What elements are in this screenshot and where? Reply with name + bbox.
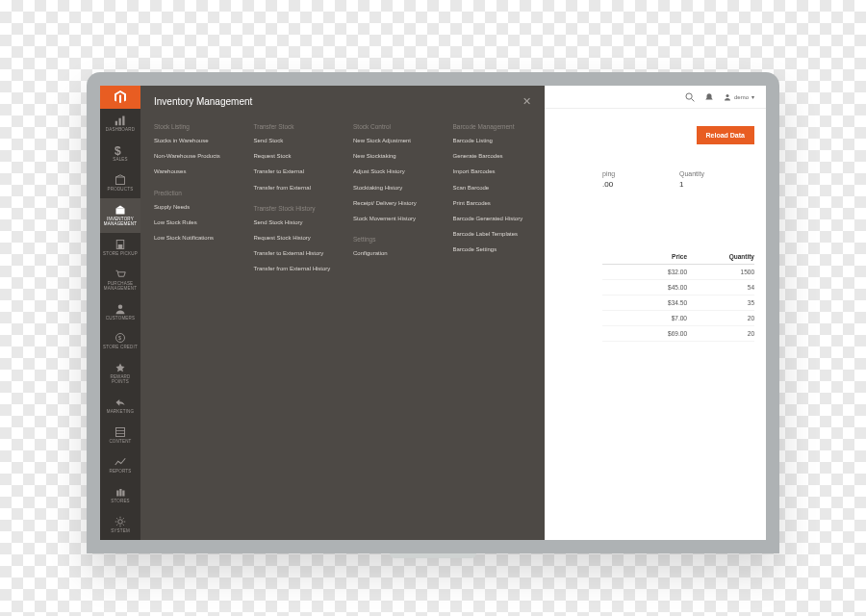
nav-label: Reward Points (102, 375, 139, 385)
table-row[interactable]: $32.001500 (602, 265, 754, 280)
cell-qty: 1500 (716, 269, 754, 275)
screen: Dashboard$SalesProductsInventory Managem… (100, 86, 766, 540)
sidebar-item-store-credit[interactable]: $Store Credit (100, 326, 140, 356)
table-row[interactable]: $34.5035 (602, 295, 754, 311)
chevron-down-icon: ▾ (751, 93, 754, 100)
nav-icon (115, 486, 126, 498)
mega-menu-item[interactable]: Receipt/ Delivery History (353, 200, 432, 207)
svg-point-8 (118, 304, 123, 309)
sidebar-item-dashboard[interactable]: Dashboard (100, 109, 140, 139)
nav-icon: $ (115, 332, 126, 344)
mega-menu-item[interactable]: Low Stock Notifications (154, 235, 233, 242)
cell-qty: 35 (716, 299, 754, 306)
nav-label: Marketing (107, 410, 135, 415)
svg-point-17 (118, 520, 123, 525)
admin-sidebar: Dashboard$SalesProductsInventory Managem… (100, 86, 140, 540)
nav-icon (115, 516, 126, 527)
mega-col-title: Settings (353, 236, 432, 243)
mega-menu-item[interactable]: Transfer to External (254, 168, 333, 175)
nav-label: System (111, 529, 130, 534)
summary-stats: ping.00 Quantity1 (602, 170, 718, 189)
mega-menu-item[interactable]: Configuration (353, 250, 432, 257)
sidebar-item-store-pickup[interactable]: Store Pickup (100, 233, 140, 263)
mega-menu-item[interactable]: Non-Warehouse Products (154, 153, 233, 160)
nav-label: Products (108, 188, 134, 192)
sidebar-item-products[interactable]: Products (100, 168, 140, 198)
svg-rect-16 (122, 491, 124, 497)
mega-menu-item[interactable]: Barcode Generated History (453, 216, 532, 222)
mega-menu-item[interactable]: Transfer from External History (254, 266, 333, 272)
sidebar-item-stores[interactable]: Stores (100, 480, 140, 510)
sidebar-item-customers[interactable]: Customers (100, 297, 140, 327)
cell-price: $7.00 (649, 315, 687, 321)
sidebar-item-content[interactable]: Content (100, 421, 140, 450)
stat-label: ping (602, 170, 641, 177)
mega-menu-item[interactable]: Low Stock Rules (154, 219, 233, 226)
col-header-price: Price (649, 253, 687, 260)
mega-col-title: Barcode Management (453, 123, 532, 130)
mega-menu-item[interactable]: New Stock Adjustment (353, 138, 432, 144)
nav-icon (115, 239, 126, 250)
svg-rect-14 (116, 491, 118, 497)
sidebar-item-reports[interactable]: Reports (100, 450, 140, 480)
mega-menu-item[interactable]: Transfer from External (254, 185, 333, 192)
mega-menu-item[interactable]: Transfer to External History (254, 250, 333, 257)
sidebar-item-system[interactable]: System (100, 510, 140, 540)
mega-menu-title: Inventory Management (154, 96, 252, 107)
sidebar-item-sales[interactable]: $Sales (100, 139, 140, 168)
nav-icon (115, 426, 126, 438)
sidebar-item-reward-points[interactable]: Reward Points (100, 356, 140, 391)
sidebar-item-inventory-management[interactable]: Inventory Management (100, 198, 140, 233)
close-icon[interactable]: ✕ (522, 95, 531, 108)
mega-menu-item[interactable]: Barcode Settings (453, 246, 532, 253)
table-row[interactable]: $69.0020 (602, 326, 754, 342)
svg-rect-15 (119, 489, 121, 497)
mega-menu-item[interactable]: Request Stock (254, 153, 333, 160)
mega-menu-item[interactable]: Stock Movement History (353, 216, 432, 222)
cell-price: $45.00 (649, 284, 687, 291)
mega-menu-item[interactable]: Request Stock History (254, 235, 333, 242)
nav-icon (115, 269, 126, 280)
mega-menu-item[interactable]: Warehouses (154, 168, 233, 175)
nav-label: Dashboard (106, 128, 135, 133)
table-row[interactable]: $7.0020 (602, 311, 754, 326)
cell-price: $69.00 (649, 330, 687, 337)
mega-menu-item[interactable]: Send Stock History (254, 219, 333, 226)
magento-logo[interactable] (100, 86, 140, 109)
cell-qty: 54 (716, 284, 754, 291)
user-name: demo (734, 94, 749, 100)
sidebar-item-marketing[interactable]: Marketing (100, 391, 140, 421)
svg-rect-0 (115, 121, 117, 126)
mega-menu-item[interactable]: Send Stock (254, 138, 333, 144)
mega-menu-item[interactable]: Barcode Label Templates (453, 231, 532, 238)
sidebar-item-purchase-management[interactable]: Purchase Management (100, 263, 140, 297)
mega-menu-item[interactable]: Adjust Stock History (353, 168, 432, 175)
mega-col-title: Transfer Stock (254, 123, 333, 130)
svg-rect-11 (116, 428, 125, 437)
mega-menu-item[interactable]: Import Barcodes (453, 168, 532, 175)
mega-menu-item[interactable]: Supply Needs (154, 204, 233, 211)
mega-menu-item[interactable]: Barcode Listing (453, 138, 532, 144)
reload-data-button[interactable]: Reload Data (697, 126, 754, 144)
nav-label: Sales (113, 158, 128, 163)
user-menu[interactable]: demo ▾ (724, 93, 754, 101)
mega-col-title: Stock Control (353, 123, 432, 130)
nav-label: Reports (109, 470, 131, 475)
search-icon[interactable] (685, 92, 695, 102)
notifications-icon[interactable] (704, 92, 714, 102)
col-header-qty: Quantity (716, 253, 754, 260)
data-table: Price Quantity $32.001500$45.0054$34.503… (602, 249, 754, 342)
table-row[interactable]: $45.0054 (602, 280, 754, 295)
svg-rect-7 (118, 244, 123, 249)
mega-menu-item[interactable]: Stocks in Warehouse (154, 138, 233, 144)
svg-rect-4 (116, 177, 125, 185)
nav-label: Store Pickup (103, 252, 138, 257)
mega-menu-item[interactable]: New Stocktaking (353, 153, 432, 160)
nav-label: Inventory Management (102, 218, 139, 227)
mega-menu-item[interactable]: Generate Barcodes (453, 153, 532, 160)
nav-icon: $ (115, 144, 126, 156)
mega-col-title: Transfer Stock History (254, 205, 333, 212)
mega-menu-item[interactable]: Print Barcodes (453, 200, 532, 207)
mega-menu-item[interactable]: Stocktaking History (353, 185, 432, 192)
mega-menu-item[interactable]: Scan Barcode (453, 185, 532, 192)
